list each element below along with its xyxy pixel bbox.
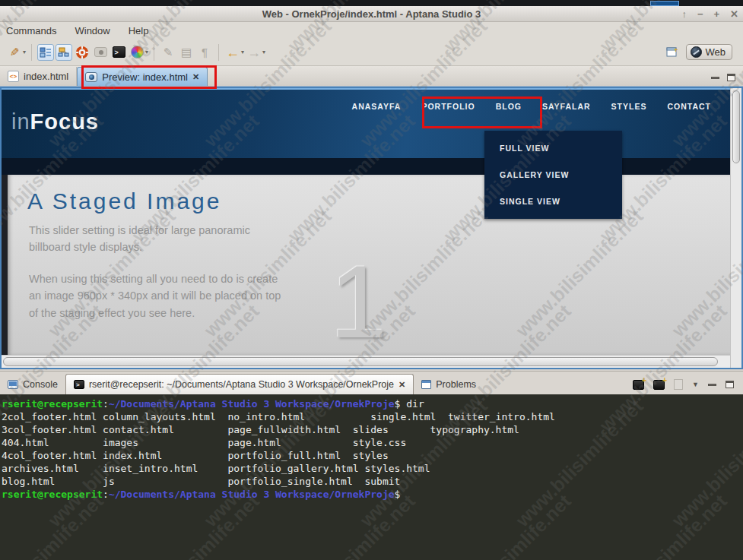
horizontal-scrollbar[interactable] [2,355,741,368]
toggle-app-explorer-button[interactable] [37,44,54,61]
editor-part-buttons [711,74,743,86]
tab-index-html-label: index.html [24,71,68,82]
open-perspective-button[interactable]: + [665,44,681,61]
site-subnav-band [2,158,741,175]
forward-dropdown-icon: ▾ [262,49,265,55]
toolbar-separator [218,44,219,61]
nav-sayfalar[interactable]: SAYFALAR [542,102,591,111]
web-globe-icon [691,46,702,58]
terminal-prompt-user: rserit@recepserit [2,398,103,410]
terminal-output[interactable]: rserit@recepserit:~/Documents/Aptana Stu… [0,394,743,560]
window-controls: ↑ − + ✕ [681,6,738,22]
terminal-tab-close-icon[interactable]: ✕ [398,380,405,390]
web-perspective-label: Web [706,46,726,58]
maximize-window-button[interactable]: + [714,9,720,19]
brush-icon: ✎ [164,46,173,59]
minimize-window-button[interactable]: − [697,9,703,19]
tab-index-html[interactable]: <> index.html [0,67,77,86]
eye-icon [94,47,107,57]
site-logo[interactable]: inFocus [11,109,99,134]
pencil-icon: ✎ [10,46,20,59]
new-console-icon[interactable] [653,380,665,390]
outline-list-button: ▤ [178,44,195,61]
menu-commands[interactable]: Commands [6,25,56,36]
minimize-console-icon[interactable] [708,384,716,386]
color-palette-button[interactable] [129,44,145,61]
tab-problems-label: Problems [436,379,476,390]
tab-problems[interactable]: Problems [414,374,484,394]
back-dropdown-icon[interactable]: ▾ [241,49,244,55]
gear-home-icon [75,46,89,59]
tab-terminal[interactable]: > rserit@recepserit: ~/Documents/Aptana … [65,374,414,394]
background-window-edge [650,1,679,6]
svg-text:+: + [674,46,678,54]
dropdown-single-view[interactable]: SINGLE VIEW [484,197,622,206]
preview-disabled-button [92,44,109,61]
annotation-box-nav [422,96,542,128]
logo-main: Focus [30,109,99,134]
top-screen-strip [0,0,743,6]
nav-styles[interactable]: STYLES [611,102,647,111]
tab-console[interactable]: Console [0,374,65,394]
samples-home-button[interactable] [74,44,90,61]
shade-window-button[interactable]: ↑ [681,9,687,19]
terminal-command: $ dir [395,398,424,410]
toggle-project-tree-button[interactable] [56,44,72,61]
window-title: Web - OrnekProje/index.html - Aptana Stu… [0,8,743,20]
back-arrow-icon: ← [226,46,240,59]
minimize-editor-icon[interactable] [711,77,719,79]
menu-help[interactable]: Help [129,25,149,36]
back-button[interactable]: ← [224,44,241,61]
console-tabbar: Console > rserit@recepserit: ~/Documents… [0,371,743,394]
color-palette-dropdown-icon[interactable]: ▾ [145,49,148,55]
terminal-tab-icon: > [74,380,84,389]
hscroll-thumb[interactable] [3,357,718,366]
close-window-button[interactable]: ✕ [730,9,738,19]
new-terminal-icon[interactable] [633,380,644,390]
format-brush-button: ✎ [160,44,176,61]
open-perspective-icon: + [666,46,679,58]
titlebar[interactable]: Web - OrnekProje/index.html - Aptana Stu… [0,6,743,22]
nav-anasayfa[interactable]: ANASAYFA [352,102,402,111]
terminal-icon: > [113,46,125,58]
terminal-prompt2-user: rserit@recepserit [2,489,103,500]
page-left-margin [2,175,8,355]
view-menu-icon[interactable]: ▼ [692,381,699,388]
open-terminal-button[interactable]: > [110,44,127,61]
dropdown-gallery-view[interactable]: GALLERY VIEW [484,170,622,179]
toolbar-separator [31,44,32,61]
site-content-row: A Staged Image This slider setting is id… [2,175,741,355]
annotation-box-preview-tab [81,65,217,89]
tab-terminal-label: rserit@recepserit: ~/Documents/Aptana St… [89,379,394,390]
preview-page: inFocus ANASAYFA PORTFOLIO BLOG SAYFALAR… [2,88,741,368]
show-whitespace-button: ¶ [196,44,213,61]
slider-stage: A Staged Image This slider setting is id… [8,175,741,355]
vscroll-thumb[interactable] [732,90,740,163]
maximize-console-icon[interactable] [726,381,734,388]
nav-contact[interactable]: CONTACT [667,102,711,111]
portfolio-dropdown-menu: FULL VIEW GALLERY VIEW SINGLE VIEW [484,131,622,219]
web-perspective-button[interactable]: Web [686,44,733,60]
toolbar-separator [154,44,154,61]
logo-prefix: in [11,109,30,134]
remove-console-icon [674,379,683,390]
forward-arrow-icon: → [247,46,261,59]
maximize-editor-icon[interactable] [727,74,735,81]
stage-paragraph-2: When using this setting all you need to … [29,271,281,321]
pilcrow-icon: ¶ [202,46,208,59]
dropdown-full-view[interactable]: FULL VIEW [484,144,622,153]
terminal-prompt2-path: ~/Documents/Aptana Studio 3 Workspace/Or… [109,489,395,500]
new-wizard-button[interactable]: ✎ [6,44,23,61]
slide-number: 1 [330,251,387,353]
terminal-prompt-sep: : [103,398,109,410]
site-header: inFocus ANASAYFA PORTFOLIO BLOG SAYFALAR… [2,88,741,158]
problems-icon [421,380,431,389]
terminal-prompt2-sep: : [103,489,109,500]
vertical-scrollbar[interactable] [730,88,741,368]
menu-window[interactable]: Window [75,25,110,36]
menubar: Commands Window Help [0,22,743,39]
terminal-prompt-path: ~/Documents/Aptana Studio 3 Workspace/Or… [109,398,395,410]
new-wizard-dropdown-icon[interactable]: ▾ [23,49,26,55]
list-icon: ▤ [181,46,192,59]
web-preview-editor: inFocus ANASAYFA PORTFOLIO BLOG SAYFALAR… [0,87,743,369]
